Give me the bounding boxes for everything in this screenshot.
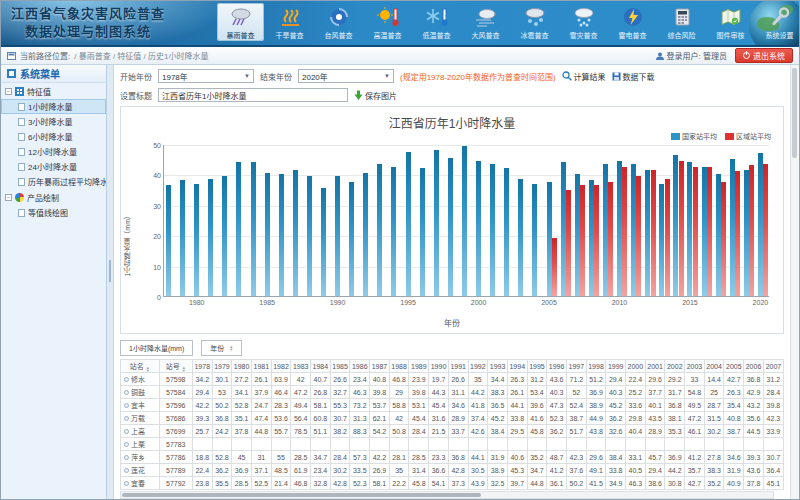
risk-icon xyxy=(667,5,697,29)
col-header-2007[interactable]: 2007 xyxy=(763,360,783,373)
toolbar-item-lightning[interactable]: 雷电普查 xyxy=(609,3,656,41)
sidebar-item-0-2[interactable]: 6小时降水量 xyxy=(1,129,106,144)
col-header-1983[interactable]: 1983 xyxy=(291,360,311,373)
row-marker-icon xyxy=(124,442,129,447)
col-header-2006[interactable]: 2006 xyxy=(744,360,764,373)
bar-national-1986 xyxy=(279,174,284,296)
col-header-id[interactable]: 站号▲▼ xyxy=(159,360,192,373)
col-header-1998[interactable]: 1998 xyxy=(586,360,606,373)
sidebar-item-0-5[interactable]: 历年暴雨过程平均降水量 xyxy=(1,174,106,189)
col-header-1996[interactable]: 1996 xyxy=(547,360,567,373)
end-year-select[interactable]: 2020年▼ xyxy=(298,69,394,83)
sidebar-item-0-0[interactable]: 1小时降水量 xyxy=(1,99,106,114)
col-header-1985[interactable]: 1985 xyxy=(330,360,350,373)
cell-value: 27.2 xyxy=(232,373,252,386)
col-header-2000[interactable]: 2000 xyxy=(626,360,646,373)
col-header-1988[interactable]: 1988 xyxy=(389,360,409,373)
table-row-宜春[interactable]: 宜春5779223.835.528.552.521.446.832.842.85… xyxy=(121,477,784,490)
col-header-1993[interactable]: 1993 xyxy=(488,360,508,373)
col-header-1979[interactable]: 1979 xyxy=(212,360,232,373)
cell-value: 49.4 xyxy=(291,399,311,412)
col-header-2001[interactable]: 2001 xyxy=(645,360,665,373)
table-row-上栗[interactable]: 上栗57783 xyxy=(121,438,784,451)
bar-national-1988 xyxy=(307,176,312,296)
table-hscrollbar[interactable] xyxy=(120,491,774,499)
bar-national-1996 xyxy=(420,168,425,296)
sidebar-item-0-4[interactable]: 24小时降水量 xyxy=(1,159,106,174)
table-measure-box[interactable]: 1小时降水量(mm) xyxy=(120,340,193,356)
col-header-1987[interactable]: 1987 xyxy=(370,360,390,373)
start-year-select[interactable]: 1978年▼ xyxy=(158,69,254,83)
table-row-万载[interactable]: 万载5768639.336.835.147.453.656.460.830.73… xyxy=(121,412,784,425)
col-header-1981[interactable]: 1981 xyxy=(251,360,271,373)
col-header-1994[interactable]: 1994 xyxy=(507,360,527,373)
toolbar-item-drought[interactable]: 干旱普查 xyxy=(266,3,313,41)
toolbar-item-snow[interactable]: 雪灾普查 xyxy=(560,3,607,41)
sidebar-item-0-3[interactable]: 12小时降水量 xyxy=(1,144,106,159)
cell-value: 34.2 xyxy=(192,373,212,386)
sidebar-item-0-1[interactable]: 3小时降水量 xyxy=(1,114,106,129)
col-header-1984[interactable]: 1984 xyxy=(311,360,331,373)
station-name: 上栗 xyxy=(121,438,160,451)
collapse-icon[interactable]: − xyxy=(5,88,12,95)
table-year-sort[interactable]: 年份 ▲▼ xyxy=(201,340,242,356)
cell-value: 42.2 xyxy=(370,451,390,464)
col-header-1992[interactable]: 1992 xyxy=(468,360,488,373)
table-row-上高[interactable]: 上高5769925.724.237.844.855.778.551.138.28… xyxy=(121,425,784,438)
cell-value: 38.6 xyxy=(645,477,665,490)
toolbar-item-gale[interactable]: 大风普查 xyxy=(462,3,509,41)
col-header-station[interactable]: 站名▲▼ xyxy=(121,360,160,373)
page-vscrollbar[interactable] xyxy=(790,65,799,499)
cell-value: 22.4 xyxy=(192,464,212,477)
col-header-1991[interactable]: 1991 xyxy=(448,360,468,373)
col-header-1980[interactable]: 1980 xyxy=(232,360,252,373)
save-image-button[interactable]: 保存图片 xyxy=(354,90,397,101)
col-header-2005[interactable]: 2005 xyxy=(724,360,744,373)
table-row-宜丰[interactable]: 宜丰5759642.250.252.824.728.349.458.155.37… xyxy=(121,399,784,412)
chart-title-input[interactable] xyxy=(158,88,348,102)
col-header-2002[interactable]: 2002 xyxy=(665,360,685,373)
col-header-1990[interactable]: 1990 xyxy=(429,360,449,373)
palette-icon xyxy=(15,193,24,202)
col-header-1989[interactable]: 1989 xyxy=(409,360,429,373)
col-header-1982[interactable]: 1982 xyxy=(271,360,291,373)
col-header-1997[interactable]: 1997 xyxy=(566,360,586,373)
bar-national-2015 xyxy=(687,162,692,296)
calculate-button[interactable]: 计算结果 xyxy=(562,71,606,82)
toolbar-item-review[interactable]: 图件审核 xyxy=(707,3,754,41)
toolbar-item-freeze[interactable]: 低温普查 xyxy=(413,3,460,41)
col-header-1978[interactable]: 1978 xyxy=(192,360,212,373)
cell-value: 48.7 xyxy=(547,451,567,464)
table-row-莲花[interactable]: 莲花5778922.436.236.937.148.561.923.430.23… xyxy=(121,464,784,477)
toolbar-item-settings[interactable]: 系统设置 xyxy=(756,3,799,41)
col-header-1986[interactable]: 1986 xyxy=(350,360,370,373)
collapse-icon[interactable]: − xyxy=(5,194,12,201)
sidebar-item-1-0[interactable]: 等值线绘图 xyxy=(1,205,106,220)
col-header-2004[interactable]: 2004 xyxy=(704,360,724,373)
breadcrumb[interactable]: / 暴雨普查 / 特征值 / 历史1小时降水量 xyxy=(74,50,208,61)
toolbar-item-risk[interactable]: 综合风险 xyxy=(658,3,705,41)
review-icon xyxy=(716,5,746,29)
row-marker-icon xyxy=(124,455,129,460)
toolbar-item-heat[interactable]: 高温普查 xyxy=(364,3,411,41)
bar-regional-2011 xyxy=(636,176,641,296)
table-row-铜鼓[interactable]: 铜鼓5758429.45334.137.946.447.226.832.746.… xyxy=(121,386,784,399)
sidebar-splitter[interactable] xyxy=(107,65,114,499)
freeze-icon xyxy=(422,5,452,29)
table-row-修水[interactable]: 修水5759834.230.127.226.163.94240.726.623.… xyxy=(121,373,784,386)
toolbar-item-typhoon[interactable]: 台风普查 xyxy=(315,3,362,41)
col-header-1999[interactable]: 1999 xyxy=(606,360,626,373)
storm-icon xyxy=(226,5,256,29)
cell-value: 37.4 xyxy=(468,412,488,425)
sidebar-group-1[interactable]: −产品绘制 xyxy=(1,189,106,205)
toolbar-item-hail[interactable]: 冰雹普查 xyxy=(511,3,558,41)
sidebar-group-0[interactable]: −特征值 xyxy=(1,83,106,99)
cell-value: 34.9 xyxy=(606,477,626,490)
col-header-2003[interactable]: 2003 xyxy=(685,360,705,373)
download-button[interactable]: 数据下载 xyxy=(612,71,655,82)
cell-value: 30.2 xyxy=(330,464,350,477)
logout-button[interactable]: 退出系统 xyxy=(735,48,793,63)
col-header-1995[interactable]: 1995 xyxy=(527,360,547,373)
toolbar-item-storm[interactable]: 暴雨普查 xyxy=(217,3,264,41)
table-row-萍乡[interactable]: 萍乡5778618.852.845315528.534.728.457.342.… xyxy=(121,451,784,464)
